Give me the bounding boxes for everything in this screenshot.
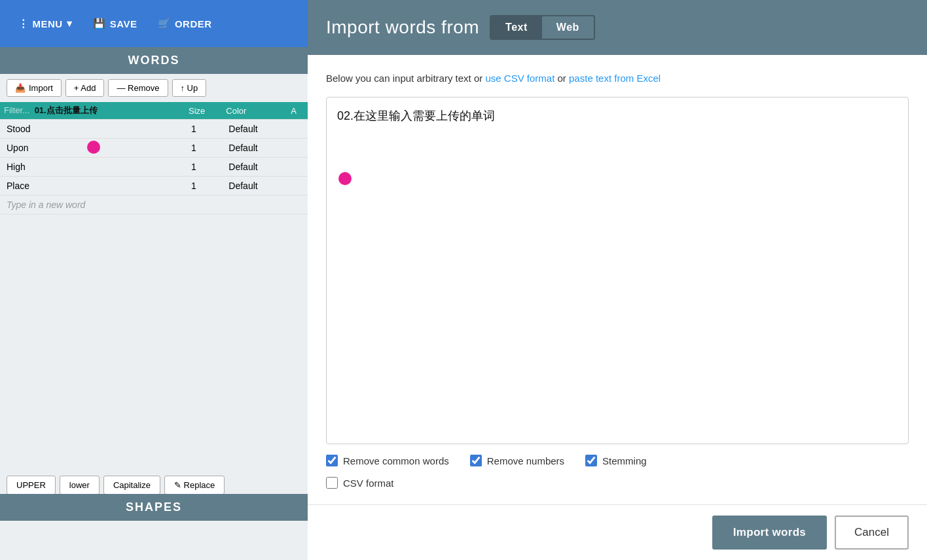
modal-footer: Import words Cancel xyxy=(308,504,927,560)
order-icon: 🛒 xyxy=(158,18,171,29)
tab-text[interactable]: Text xyxy=(491,16,542,39)
replace-button[interactable]: ✎ Replace xyxy=(164,476,225,495)
tab-web[interactable]: Web xyxy=(542,16,594,39)
capitalize-button[interactable]: Capitalize xyxy=(103,476,160,495)
remove-button[interactable]: — Remove xyxy=(108,79,168,97)
text-input-area[interactable] xyxy=(326,97,909,444)
import-button[interactable]: 📥 Import xyxy=(7,79,62,97)
modal-header: Import words from Text Web xyxy=(308,0,927,55)
option-remove-numbers[interactable]: Remove numbers xyxy=(470,455,564,466)
words-table: Filter... 01.点击批量上传 Size Color A Stood1D… xyxy=(0,102,308,215)
csv-format-checkbox[interactable] xyxy=(326,477,338,489)
option-remove-common[interactable]: Remove common words xyxy=(326,455,449,466)
annotation-dot-2 xyxy=(338,172,352,185)
excel-paste-link[interactable]: paste text from Excel xyxy=(569,73,661,84)
lower-button[interactable]: lower xyxy=(60,476,100,495)
up-button[interactable]: ↑ Up xyxy=(172,79,207,97)
toolbar: ⋮ MENU ▾ 💾 SAVE 🛒 ORDER xyxy=(0,0,308,47)
table-row: Stood1Default xyxy=(0,120,308,139)
csv-format-link[interactable]: use CSV format xyxy=(485,73,554,84)
modal-body: Below you can input arbitrary text or us… xyxy=(308,55,927,504)
stemming-checkbox[interactable] xyxy=(585,455,597,466)
menu-chevron-icon: ▾ xyxy=(67,18,73,29)
cancel-button[interactable]: Cancel xyxy=(835,516,909,550)
save-button[interactable]: 💾 SAVE xyxy=(85,12,145,35)
filter-row: Filter... 01.点击批量上传 Size Color A xyxy=(0,102,308,120)
remove-numbers-checkbox[interactable] xyxy=(470,455,482,466)
words-section-header: WORDS xyxy=(0,47,308,74)
annotation-dot-1 xyxy=(87,141,100,154)
remove-common-checkbox[interactable] xyxy=(326,455,338,466)
menu-dots-icon: ⋮ xyxy=(18,18,29,29)
words-action-bar: 📥 Import + Add — Remove ↑ Up xyxy=(0,74,308,102)
options-row: Remove common words Remove numbers Stemm… xyxy=(326,455,909,466)
option-stemming[interactable]: Stemming xyxy=(585,455,647,466)
tab-group: Text Web xyxy=(490,15,595,40)
order-button[interactable]: 🛒 ORDER xyxy=(150,12,219,35)
modal-title: Import words from xyxy=(326,17,479,38)
shapes-section-header: SHAPES xyxy=(0,494,308,521)
add-button[interactable]: + Add xyxy=(65,79,105,97)
annotation-label-1: 01.点击批量上传 xyxy=(35,105,98,115)
table-row: Place1Default xyxy=(0,177,308,196)
import-icon: 📥 xyxy=(15,83,26,93)
new-word-row: Type in a new word xyxy=(0,196,308,215)
text-textarea[interactable] xyxy=(337,108,898,337)
option-csv-format[interactable]: CSV format xyxy=(326,477,394,489)
import-words-button[interactable]: Import words xyxy=(712,516,827,550)
save-icon: 💾 xyxy=(93,18,106,29)
menu-button[interactable]: ⋮ MENU ▾ xyxy=(10,12,80,35)
replace-icon: ✎ xyxy=(174,480,181,490)
table-row: High1Default xyxy=(0,158,308,177)
import-modal: Import words from Text Web Below you can… xyxy=(308,0,927,560)
table-row: Upon1Default xyxy=(0,139,308,158)
options-row-2: CSV format xyxy=(326,477,909,489)
case-bar: UPPER lower Capitalize ✎ Replace xyxy=(7,476,225,495)
upper-button[interactable]: UPPER xyxy=(7,476,56,495)
description-text: Below you can input arbitrary text or us… xyxy=(326,71,909,86)
